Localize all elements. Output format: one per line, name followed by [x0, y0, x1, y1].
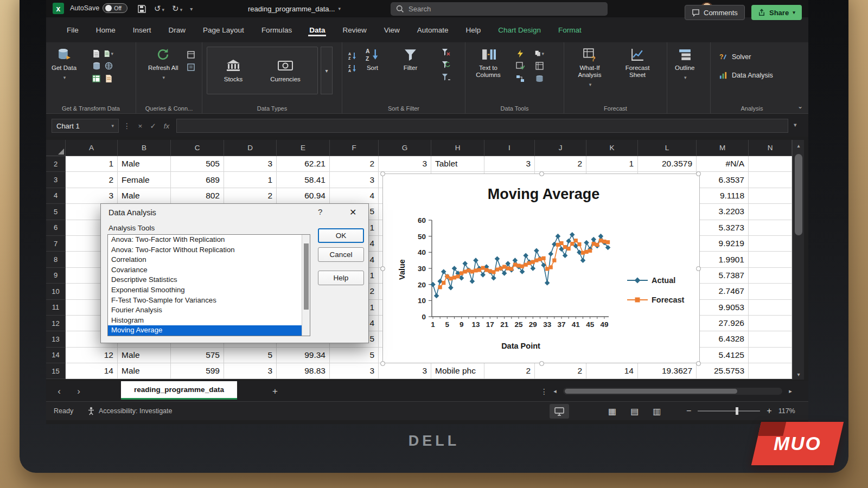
cell-N4[interactable] — [749, 188, 792, 204]
cell-F2[interactable]: 2 — [330, 156, 379, 172]
row-header-9[interactable]: 9 — [46, 268, 66, 284]
tab-formulas[interactable]: Formulas — [255, 21, 298, 40]
save-icon[interactable] — [137, 4, 146, 14]
analysis-tool-option[interactable]: Histogram — [108, 316, 310, 326]
tab-chart-design[interactable]: Chart Design — [492, 21, 547, 40]
page-break-view-icon[interactable]: ▥ — [653, 406, 661, 416]
tab-format[interactable]: Format — [552, 21, 588, 40]
normal-view-icon[interactable]: ▦ — [608, 406, 616, 416]
active-sheet-tab[interactable]: reading_programme_data — [121, 381, 237, 400]
flash-fill-icon[interactable] — [515, 49, 525, 58]
cell-M14[interactable]: 5.4125 — [697, 348, 749, 363]
column-header-H[interactable]: H — [431, 140, 484, 156]
column-header-C[interactable]: C — [171, 140, 224, 156]
cell-J2[interactable]: 2 — [535, 156, 586, 172]
column-header-B[interactable]: B — [118, 140, 171, 156]
row-header-10[interactable]: 10 — [46, 284, 66, 299]
ok-button[interactable]: OK — [318, 228, 364, 243]
listbox-scrollbar[interactable] — [302, 235, 310, 336]
select-all-corner[interactable] — [46, 140, 66, 156]
from-text-icon[interactable] — [92, 49, 101, 58]
cell-E14[interactable]: 99.34 — [277, 348, 330, 363]
cell-N14[interactable] — [749, 348, 792, 363]
cancel-entry-icon[interactable]: × — [138, 122, 143, 130]
cell-B3[interactable]: Female — [118, 172, 171, 188]
tab-review[interactable]: Review — [336, 21, 373, 40]
chart-resize-handle[interactable] — [380, 171, 385, 176]
cell-K15[interactable]: 14 — [586, 363, 638, 379]
solver-button[interactable]: ? Solver — [718, 52, 751, 61]
chart-resize-handle[interactable] — [539, 361, 544, 366]
cell-B4[interactable]: Male — [118, 188, 171, 204]
tab-file[interactable]: File — [60, 21, 85, 40]
tab-insert[interactable]: Insert — [126, 21, 158, 40]
cell-N3[interactable] — [749, 172, 792, 188]
cell-M10[interactable]: 2.7467 — [697, 284, 749, 299]
cell-I2[interactable]: 3 — [484, 156, 535, 172]
cell-B15[interactable]: Male — [118, 363, 171, 379]
consolidate-icon[interactable] — [535, 61, 544, 70]
column-header-G[interactable]: G — [379, 140, 431, 156]
tab-data[interactable]: Data — [303, 21, 331, 40]
cell-G2[interactable]: 3 — [379, 156, 431, 172]
scroll-left-icon[interactable]: ◂ — [550, 381, 560, 401]
cell-F15[interactable]: 3 — [330, 363, 379, 379]
cell-M2[interactable]: #N/A — [697, 156, 749, 172]
cell-G15[interactable]: 3 — [379, 363, 431, 379]
previous-sheet-icon[interactable]: ‹ — [52, 381, 67, 401]
row-header-12[interactable]: 12 — [46, 316, 66, 331]
cell-N12[interactable] — [749, 316, 792, 331]
manage-data-model-icon[interactable] — [535, 74, 544, 83]
analysis-tool-option[interactable]: Correlation — [108, 255, 310, 265]
cell-F3[interactable]: 3 — [330, 172, 379, 188]
comments-button[interactable]: Comments — [685, 5, 745, 20]
cell-B2[interactable]: Male — [118, 156, 171, 172]
cell-F4[interactable]: 4 — [330, 188, 379, 204]
cell-I15[interactable]: 2 — [484, 363, 535, 379]
insert-function-icon[interactable]: fx — [164, 122, 170, 130]
undo-icon[interactable]: ↺ — [154, 4, 164, 14]
data-types-more-button[interactable]: ▾ — [321, 47, 333, 94]
sort-button[interactable]: AZ Sort — [365, 47, 380, 72]
autosave-toggle[interactable]: AutoSave Off — [70, 3, 127, 13]
screen-capture-icon[interactable] — [550, 404, 569, 419]
next-sheet-icon[interactable]: › — [71, 381, 86, 401]
sort-za-icon[interactable]: ZA — [348, 63, 357, 73]
analysis-tool-option[interactable]: Moving Average — [108, 325, 310, 336]
cell-N11[interactable] — [749, 300, 792, 316]
cell-D3[interactable]: 1 — [224, 172, 277, 188]
analysis-tool-option[interactable]: Anova: Two-Factor With Replication — [108, 235, 310, 245]
expand-formula-bar-icon[interactable]: ▾ — [794, 121, 797, 129]
queries-connections-icon[interactable] — [186, 50, 195, 59]
collapse-ribbon-icon[interactable]: ⌄ — [797, 102, 803, 110]
cell-C4[interactable]: 802 — [171, 188, 224, 204]
reapply-filter-icon[interactable] — [441, 60, 450, 69]
scroll-right-icon[interactable]: ▸ — [785, 381, 796, 401]
cell-M3[interactable]: 6.3537 — [697, 172, 749, 188]
cell-D2[interactable]: 3 — [224, 156, 277, 172]
new-sheet-button[interactable]: + — [267, 381, 283, 401]
data-analysis-button[interactable]: Data Analysis — [718, 70, 773, 80]
column-header-K[interactable]: K — [586, 140, 638, 156]
cell-D15[interactable]: 3 — [224, 363, 277, 379]
formula-input[interactable] — [176, 119, 788, 133]
row-header-2[interactable]: 2 — [46, 156, 66, 172]
tab-draw[interactable]: Draw — [162, 21, 193, 40]
advanced-filter-icon[interactable] — [441, 73, 450, 82]
cell-N9[interactable] — [749, 268, 792, 284]
from-web-icon[interactable] — [104, 61, 113, 70]
zoom-slider-thumb[interactable] — [736, 407, 738, 415]
row-header-11[interactable]: 11 — [46, 300, 66, 316]
row-header-5[interactable]: 5 — [46, 204, 66, 220]
cell-E4[interactable]: 60.94 — [277, 188, 330, 204]
row-header-15[interactable]: 15 — [46, 363, 66, 379]
cell-D4[interactable]: 2 — [224, 188, 277, 204]
from-database-icon[interactable] — [92, 61, 101, 70]
cell-A3[interactable]: 2 — [66, 172, 118, 188]
cell-H15[interactable]: Mobile phc — [431, 363, 484, 379]
cell-A2[interactable]: 1 — [66, 156, 118, 172]
cell-N13[interactable] — [749, 331, 792, 347]
column-header-F[interactable]: F — [330, 140, 379, 156]
analysis-tool-option[interactable]: Covariance — [108, 265, 310, 275]
row-header-3[interactable]: 3 — [46, 172, 66, 188]
